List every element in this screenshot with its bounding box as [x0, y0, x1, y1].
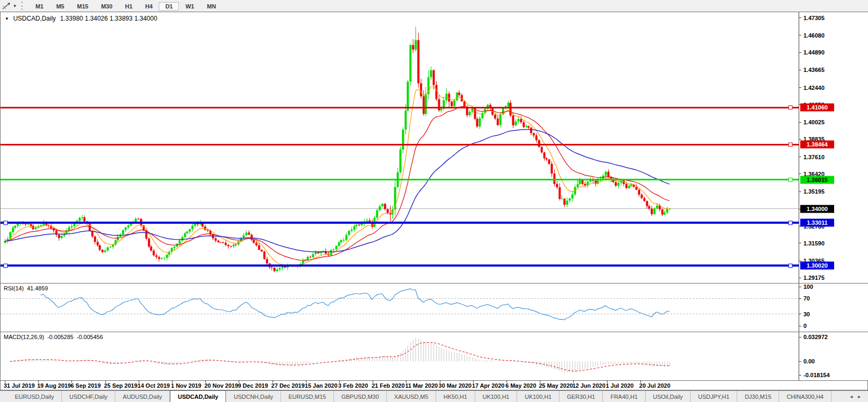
axis-tick — [799, 35, 801, 35]
rsi-line — [41, 289, 670, 320]
axis-tick — [799, 139, 801, 140]
macd-main-value: -0.005285 — [47, 334, 74, 340]
price-tick-label: 1.35195 — [803, 188, 825, 195]
price-tick-label: 0 — [803, 323, 807, 329]
rsi-current-value: 41.4859 — [27, 285, 48, 291]
chart-tab-usoil-daily[interactable]: USOil,Daily — [646, 391, 691, 402]
timeframe-button-m30[interactable]: M30 — [95, 2, 119, 11]
macd-histogram — [11, 337, 670, 372]
candles-layer — [4, 27, 671, 273]
timeframe-button-h4[interactable]: H4 — [139, 2, 159, 11]
timeframe-button-d1[interactable]: D1 — [159, 2, 179, 11]
tab-scroll-left-icon[interactable]: ◂ — [850, 394, 853, 399]
date-label: 20 Jul 2020 — [639, 382, 671, 389]
rsi-name: RSI(14) — [4, 285, 24, 291]
date-label: 30 Mar 2020 — [439, 382, 472, 389]
chart-tab-hk50-h1[interactable]: HK50,H1 — [436, 391, 475, 402]
macd-pane: MACD(12,26,9) -0.005285 -0.005456 0.0329… — [1, 332, 867, 381]
chart-tab-gbpusd-m30[interactable]: GBPUSD,M30 — [334, 391, 387, 402]
line-anchor[interactable] — [4, 221, 7, 225]
price-tick-label: 1.46080 — [803, 32, 825, 39]
date-axis[interactable]: 31 Jul 201919 Aug 20196 Sep 201925 Sep 2… — [1, 380, 867, 390]
axis-tick — [799, 375, 801, 376]
price-axis[interactable]: 1.473051.460801.448901.436651.424401.412… — [799, 12, 868, 283]
macd-chart-svg[interactable] — [1, 332, 799, 380]
axis-tick — [799, 17, 801, 18]
chart-tab-eurusd-m15[interactable]: EURUSD,M15 — [281, 391, 334, 402]
symbol-period-label: USDCAD,Daily — [13, 15, 56, 22]
chart-tab-ger30-h1[interactable]: GER30,H1 — [559, 391, 603, 402]
line-tools-icon[interactable] — [1, 1, 13, 11]
tab-scroll-right-icon[interactable]: ▸ — [858, 394, 861, 399]
axis-tick — [799, 157, 801, 157]
price-tick-label: 1.47305 — [803, 15, 825, 21]
timeframe-button-m15[interactable]: M15 — [70, 2, 94, 11]
price-chart-svg[interactable] — [1, 12, 799, 283]
chart-tab-uk100-h1[interactable]: UK100,H1 — [475, 391, 518, 402]
toolbar-grip[interactable] — [21, 2, 25, 10]
line-anchor[interactable] — [4, 264, 7, 268]
price-tick-label: 1.42440 — [803, 85, 825, 91]
date-label: 21 Feb 2020 — [372, 382, 404, 389]
chart-tab-uk100-h1[interactable]: UK100,H1 — [517, 391, 559, 402]
ma-line-mid — [5, 107, 670, 260]
date-label: 31 Jul 2019 — [4, 382, 35, 389]
axis-tick — [799, 337, 801, 337]
date-label: 1 Jul 2020 — [606, 382, 634, 389]
price-line-label: 1.41060 — [800, 104, 834, 112]
tab-scroll-arrows: ◂ ▸ — [843, 391, 868, 402]
rsi-pane: RSI(14) 41.4859 10070300 — [1, 283, 867, 332]
line-anchor[interactable] — [789, 264, 792, 268]
price-tick-label: 1.44890 — [803, 49, 825, 56]
chart-tab-usdcnh-daily[interactable]: USDCNH,Daily — [226, 391, 281, 402]
axis-tick — [799, 173, 801, 174]
axis-tick — [799, 70, 801, 70]
axis-tick — [799, 261, 801, 261]
line-anchor[interactable] — [789, 143, 792, 147]
axis-tick — [799, 278, 801, 278]
timeframe-button-mn[interactable]: MN — [201, 2, 222, 11]
line-anchor[interactable] — [789, 106, 792, 109]
chart-tab-eurusd-daily[interactable]: EURUSD,Daily — [7, 391, 62, 402]
timeframe-button-h1[interactable]: H1 — [119, 2, 139, 11]
chart-tab-audusd-daily[interactable]: AUDUSD,Daily — [115, 391, 170, 402]
macd-name: MACD(12,26,9) — [4, 334, 44, 340]
chart-tab-fra40-h1[interactable]: FRA40,H1 — [603, 391, 645, 402]
chart-tab-xauusd-m5[interactable]: XAUUSD,M5 — [387, 391, 436, 402]
price-pane: ▼ USDCAD,Daily 1.33980 1.34026 1.33893 1… — [1, 12, 867, 283]
axis-tick — [799, 87, 801, 88]
price-line-label: 1.33011 — [800, 219, 834, 227]
rsi-chart-svg[interactable] — [1, 284, 799, 332]
chart-tab-bar: EURUSD,DailyUSDCHF,DailyAUDUSD,DailyUSDC… — [0, 390, 868, 402]
chart-tab-usdchf-daily[interactable]: USDCHF,Daily — [62, 391, 115, 402]
timeframe-toolbar: ▼ M1M5M15M30H1H4D1W1MN — [0, 0, 868, 12]
price-tick-label: 70 — [803, 295, 810, 302]
chart-tabs: EURUSD,DailyUSDCHF,DailyAUDUSD,DailyUSDC… — [7, 391, 831, 402]
price-tick-label: 0.00 — [803, 358, 815, 364]
macd-indicator-label: MACD(12,26,9) -0.005285 -0.005456 — [4, 334, 103, 340]
date-label: 3 Feb 2020 — [338, 382, 368, 389]
chart-tab-usdjpy-h1[interactable]: USDJPY,H1 — [691, 391, 737, 402]
date-label: 20 Nov 2019 — [204, 382, 238, 389]
rsi-axis[interactable]: 10070300 — [799, 284, 868, 332]
price-line-label: 1.38464 — [800, 141, 834, 149]
timeframe-button-m5[interactable]: M5 — [50, 2, 70, 11]
price-tick-label: 1.40025 — [803, 119, 825, 125]
timeframe-button-m1[interactable]: M1 — [29, 2, 50, 11]
rsi-indicator-label: RSI(14) 41.4859 — [4, 285, 48, 291]
line-anchor[interactable] — [789, 221, 792, 225]
date-label: 25 May 2020 — [539, 382, 573, 389]
date-label: 19 Aug 2019 — [37, 382, 71, 389]
macd-axis[interactable]: 0.0329720.00-0.018154 — [799, 332, 868, 380]
chart-tab-usdcad-daily[interactable]: USDCAD,Daily — [170, 390, 226, 402]
axis-tick — [799, 298, 801, 299]
axis-tick — [799, 191, 801, 192]
timeframe-button-w1[interactable]: W1 — [179, 2, 201, 11]
chart-title[interactable]: ▼ USDCAD,Daily 1.33980 1.34026 1.33893 1… — [5, 15, 157, 22]
axis-tick — [799, 52, 801, 53]
chart-tab-dj30-m15[interactable]: DJ30,M15 — [737, 391, 779, 402]
collapse-triangle-icon: ▼ — [5, 16, 9, 21]
tool-dropdown-arrow-icon[interactable]: ▼ — [13, 4, 17, 8]
chart-tab-china300-h4[interactable]: CHINA300,H4 — [779, 391, 831, 402]
line-anchor[interactable] — [789, 178, 792, 181]
